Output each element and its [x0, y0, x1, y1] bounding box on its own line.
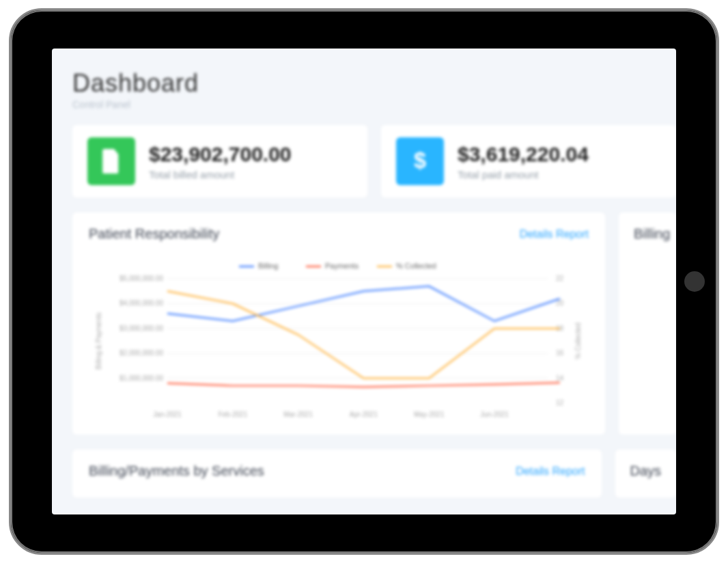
stat-label: Total billed amount — [149, 169, 292, 180]
card-days-cutoff: Days — [615, 450, 676, 497]
svg-text:Apr-2021: Apr-2021 — [350, 411, 378, 418]
line-chart: $1,000,000.00$2,000,000.00$3,000,000.00$… — [89, 254, 589, 425]
svg-text:Jan-2021: Jan-2021 — [153, 411, 182, 418]
card-patient-responsibility: Patient Responsibility Details Report $1… — [72, 212, 605, 435]
svg-text:14: 14 — [556, 374, 564, 382]
svg-text:$1,000,000.00: $1,000,000.00 — [120, 374, 163, 382]
svg-text:$4,000,000.00: $4,000,000.00 — [120, 299, 163, 307]
dollar-icon: $ — [396, 137, 444, 185]
svg-text:Payments: Payments — [325, 262, 359, 270]
stat-total-paid: $ $3,619,220.04 Total paid amount — [381, 125, 676, 197]
svg-text:12: 12 — [556, 399, 564, 407]
tablet-frame: Dashboard Control Panel $23,902,700.00 T… — [9, 8, 719, 555]
card-title: Billing — [634, 226, 676, 242]
charts-row-1: Patient Responsibility Details Report $1… — [72, 212, 676, 435]
stats-row: $23,902,700.00 Total billed amount $ $3,… — [72, 125, 676, 197]
card-title: Days — [630, 463, 676, 479]
card-billing-services: Billing/Payments by Services Details Rep… — [72, 450, 602, 497]
svg-text:$: $ — [414, 148, 426, 173]
svg-text:% Collected: % Collected — [396, 262, 436, 270]
svg-text:Jun-2021: Jun-2021 — [480, 411, 509, 418]
file-icon — [87, 137, 135, 185]
card-title: Patient Responsibility — [89, 226, 219, 242]
svg-text:Billing: Billing — [258, 262, 278, 270]
svg-text:16: 16 — [556, 349, 564, 357]
charts-row-2: Billing/Payments by Services Details Rep… — [72, 450, 676, 497]
svg-text:% Collected: % Collected — [574, 322, 582, 359]
svg-text:20: 20 — [556, 299, 564, 307]
svg-text:$2,000,000.00: $2,000,000.00 — [120, 349, 163, 357]
svg-text:22: 22 — [556, 275, 564, 282]
card-billing-cutoff: Billing — [619, 212, 676, 435]
svg-text:$5,000,000.00: $5,000,000.00 — [120, 275, 163, 282]
stat-value: $23,902,700.00 — [149, 143, 292, 166]
svg-text:Billing & Payments: Billing & Payments — [95, 312, 102, 369]
app: Dashboard Control Panel $23,902,700.00 T… — [52, 49, 676, 514]
details-report-link[interactable]: Details Report — [520, 228, 589, 241]
tablet-home-button[interactable] — [684, 271, 705, 292]
svg-text:Mar-2021: Mar-2021 — [283, 411, 313, 418]
page-subtitle: Control Panel — [72, 99, 676, 110]
svg-text:May-2021: May-2021 — [414, 411, 445, 418]
stat-value: $3,619,220.04 — [458, 143, 589, 166]
svg-text:Feb-2021: Feb-2021 — [218, 411, 247, 418]
svg-text:$3,000,000.00: $3,000,000.00 — [120, 325, 163, 332]
stat-total-billed: $23,902,700.00 Total billed amount — [72, 125, 367, 197]
details-report-link[interactable]: Details Report — [516, 465, 585, 478]
stat-label: Total paid amount — [458, 169, 589, 180]
page-title: Dashboard — [72, 69, 676, 98]
card-title: Billing/Payments by Services — [89, 463, 264, 479]
screen: Dashboard Control Panel $23,902,700.00 T… — [52, 49, 676, 514]
